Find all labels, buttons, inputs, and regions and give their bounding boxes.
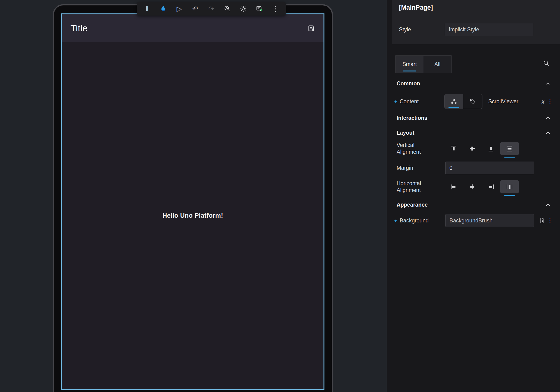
halign-center-button[interactable] — [463, 180, 481, 193]
content-designer-button[interactable] — [444, 94, 463, 109]
valign-top-button[interactable] — [444, 142, 463, 155]
tab-active-underline — [403, 70, 416, 71]
app-selection-outline[interactable]: Title Hello Uno Platform! — [61, 13, 324, 390]
element-picker-icon[interactable] — [223, 5, 231, 12]
more-options-icon[interactable]: ⋮ — [272, 5, 279, 12]
halign-stretch-button[interactable] — [500, 180, 519, 193]
app-title-bar: Title — [62, 14, 323, 42]
chevron-up-icon[interactable] — [545, 81, 550, 86]
halign-right-button[interactable] — [482, 180, 500, 193]
content-value[interactable]: ScrollViewer — [488, 98, 518, 105]
designer-toolbar: ‖ ▷ ↶ ↷ — [137, 2, 286, 16]
play-icon[interactable]: ▷ — [175, 5, 183, 12]
section-appearance-label: Appearance — [397, 202, 428, 208]
content-tag-button[interactable] — [463, 94, 482, 109]
property-row-horizontal-alignment: Horizontal Alignment — [387, 180, 560, 193]
modified-indicator-dot — [394, 220, 397, 222]
selected-element-header: [MainPage] Style — [392, 0, 560, 44]
app-content-area: Hello Uno Platform! — [62, 42, 323, 389]
resource-picker-icon[interactable] — [539, 217, 545, 224]
tab-all-label: All — [434, 61, 440, 68]
property-row-content: Content ScrollViewer x — [387, 94, 560, 109]
valign-stretch-button[interactable] — [500, 142, 519, 155]
chevron-up-icon[interactable] — [545, 202, 550, 207]
horizontal-alignment-group — [444, 180, 519, 193]
halign-left-button[interactable] — [444, 180, 463, 193]
property-row-background: Background ⋮ — [387, 214, 560, 227]
hello-text: Hello Uno Platform! — [162, 212, 223, 219]
content-label: Content — [400, 98, 419, 105]
properties-panel: [MainPage] Style Smart All Common — [387, 0, 560, 392]
section-layout[interactable]: Layout — [387, 127, 560, 138]
property-row-margin: Margin — [387, 161, 560, 174]
property-row-vertical-alignment: Vertical Alignment — [387, 142, 560, 155]
vertical-alignment-label: Vertical Alignment — [397, 142, 436, 155]
tab-all[interactable]: All — [423, 56, 451, 73]
selected-element-name: [MainPage] — [399, 3, 550, 12]
horizontal-alignment-label: Horizontal Alignment — [397, 180, 436, 194]
section-layout-label: Layout — [397, 130, 414, 136]
tab-smart[interactable]: Smart — [396, 56, 423, 73]
section-interactions[interactable]: Interactions — [387, 112, 560, 123]
undo-icon[interactable]: ↶ — [191, 5, 199, 12]
content-editor-toggle — [444, 94, 482, 109]
app-page-title: Title — [70, 23, 88, 33]
section-common-label: Common — [397, 80, 420, 87]
margin-input[interactable] — [445, 161, 534, 174]
valign-center-button[interactable] — [463, 142, 481, 155]
section-appearance[interactable]: Appearance — [387, 199, 560, 210]
search-icon[interactable] — [542, 60, 550, 67]
tab-smart-label: Smart — [402, 61, 417, 68]
style-input[interactable] — [445, 23, 533, 36]
redo-icon[interactable]: ↷ — [208, 5, 215, 12]
margin-label: Margin — [397, 165, 436, 171]
modified-indicator-dot — [394, 101, 397, 103]
section-common[interactable]: Common — [387, 78, 560, 89]
content-menu-icon[interactable]: ⋮ — [547, 98, 553, 105]
valign-bottom-button[interactable] — [482, 142, 500, 155]
vertical-alignment-group — [444, 142, 519, 155]
hot-design-flame-icon[interactable] — [160, 5, 167, 12]
background-label: Background — [400, 217, 429, 224]
hot-design-window: Title Hello Uno Platform! ‖ ▷ ↶ ↷ — [0, 0, 560, 392]
save-icon[interactable] — [308, 25, 315, 32]
theme-toggle-icon[interactable] — [240, 5, 247, 12]
style-row: Style — [399, 23, 550, 36]
binding-icon[interactable]: x — [542, 98, 544, 105]
drag-handle-icon[interactable]: ‖ — [143, 5, 151, 12]
property-tabs: Smart All — [395, 55, 451, 73]
diagnostics-checklist-icon[interactable] — [256, 5, 263, 12]
style-label: Style — [399, 26, 445, 33]
background-input[interactable] — [445, 214, 534, 227]
chevron-up-icon[interactable] — [545, 130, 550, 135]
section-interactions-label: Interactions — [397, 115, 427, 121]
background-menu-icon[interactable]: ⋮ — [547, 217, 553, 224]
chevron-up-icon[interactable] — [545, 115, 550, 121]
